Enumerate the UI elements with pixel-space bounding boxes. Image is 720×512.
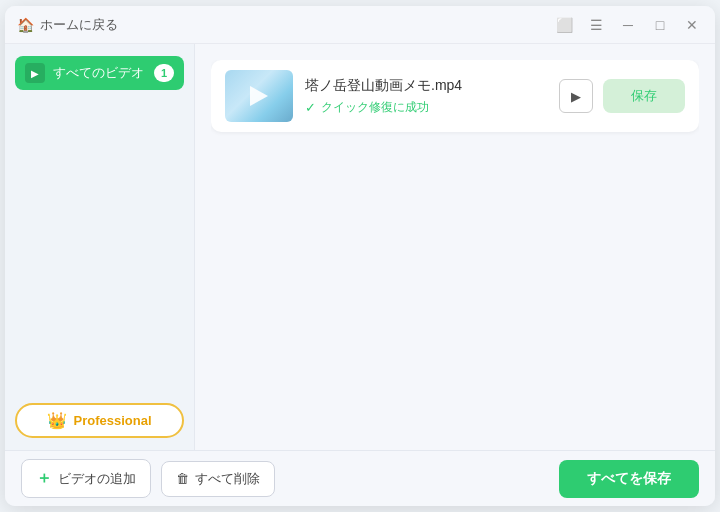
app-window: 🏠 ホームに戻る ⬜ ☰ ─ □ ✕ ▶ すべてのビデオ 1 👑 Profess… [5,6,715,506]
content-area: 塔ノ岳登山動画メモ.mp4 ✓ クイック修復に成功 ▶ 保存 [195,44,715,450]
file-name: 塔ノ岳登山動画メモ.mp4 [305,77,547,95]
file-info: 塔ノ岳登山動画メモ.mp4 ✓ クイック修復に成功 [305,77,547,116]
delete-all-label: すべて削除 [195,470,260,488]
pro-badge[interactable]: 👑 Professional [15,403,184,438]
menu-button[interactable]: ☰ [585,14,607,36]
status-text: クイック修復に成功 [321,99,429,116]
home-label: ホームに戻る [40,16,118,34]
title-bar: 🏠 ホームに戻る ⬜ ☰ ─ □ ✕ [5,6,715,44]
add-video-button[interactable]: ＋ ビデオの追加 [21,459,151,498]
monitor-button[interactable]: ⬜ [553,14,575,36]
sidebar-badge: 1 [154,64,174,82]
file-item: 塔ノ岳登山動画メモ.mp4 ✓ クイック修復に成功 ▶ 保存 [211,60,699,132]
preview-play-icon: ▶ [571,89,581,104]
bottom-toolbar: ＋ ビデオの追加 🗑 すべて削除 すべてを保存 [5,450,715,506]
check-icon: ✓ [305,100,316,115]
save-all-button[interactable]: すべてを保存 [559,460,699,498]
main-content: ▶ すべてのビデオ 1 👑 Professional 塔ノ岳登山動画メモ.mp4 [5,44,715,450]
preview-button[interactable]: ▶ [559,79,593,113]
pro-label: Professional [73,413,151,428]
title-bar-controls: ⬜ ☰ ─ □ ✕ [553,14,703,36]
home-icon: 🏠 [17,17,34,33]
plus-icon: ＋ [36,468,52,489]
play-icon: ▶ [25,63,45,83]
save-file-button[interactable]: 保存 [603,79,685,113]
minimize-button[interactable]: ─ [617,14,639,36]
delete-all-button[interactable]: 🗑 すべて削除 [161,461,275,497]
file-actions: ▶ 保存 [559,79,685,113]
thumbnail-play-icon [250,86,268,106]
file-thumbnail [225,70,293,122]
trash-icon: 🗑 [176,471,189,486]
sidebar-item-label: すべてのビデオ [53,64,146,82]
sidebar-item-all-videos[interactable]: ▶ すべてのビデオ 1 [15,56,184,90]
maximize-button[interactable]: □ [649,14,671,36]
crown-icon: 👑 [47,411,67,430]
add-video-label: ビデオの追加 [58,470,136,488]
close-button[interactable]: ✕ [681,14,703,36]
file-status: ✓ クイック修復に成功 [305,99,547,116]
sidebar: ▶ すべてのビデオ 1 👑 Professional [5,44,195,450]
title-bar-left: 🏠 ホームに戻る [17,16,118,34]
file-list: 塔ノ岳登山動画メモ.mp4 ✓ クイック修復に成功 ▶ 保存 [211,60,699,434]
